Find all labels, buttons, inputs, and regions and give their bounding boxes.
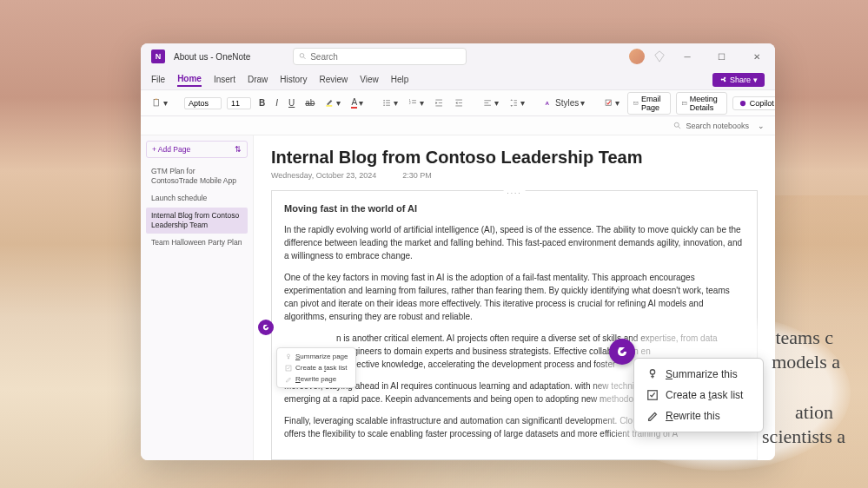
menu-insert[interactable]: Insert — [214, 73, 235, 86]
page-time: 2:30 PM — [402, 171, 432, 180]
maximize-button[interactable]: ☐ — [709, 48, 735, 65]
notebook-search-dropdown[interactable]: ⌄ — [758, 122, 765, 130]
svg-point-37 — [650, 370, 654, 374]
titlebar: N About us - OneNote ─ ☐ ✕ — [141, 43, 775, 69]
font-size-select[interactable]: 11 — [227, 97, 251, 109]
premium-icon[interactable] — [653, 50, 666, 63]
font-select[interactable]: Aptos — [184, 97, 222, 109]
global-search[interactable] — [293, 48, 467, 65]
page-item[interactable]: Internal Blog from Contoso Leadership Te… — [146, 208, 248, 234]
sort-icon[interactable]: ⇅ — [235, 145, 242, 154]
svg-point-33 — [675, 122, 679, 127]
window-title: About us - OneNote — [174, 52, 250, 62]
svg-point-5 — [383, 100, 384, 101]
svg-rect-4 — [327, 105, 333, 106]
search-input[interactable] — [310, 52, 461, 62]
summarize-page-item[interactable]: Summarize page — [280, 351, 353, 362]
page-meta: Wednesday, October 23, 2024 2:30 PM — [271, 171, 758, 180]
bold-button[interactable]: B — [256, 96, 268, 109]
page-list-sidebar: + Add Page ⇅ GTM Plan for ContosoTrade M… — [141, 135, 254, 460]
menu-view[interactable]: View — [360, 73, 379, 86]
menubar: File Home Insert Draw History Review Vie… — [141, 69, 775, 90]
svg-text:2: 2 — [409, 102, 411, 105]
strike-button[interactable]: ab — [302, 96, 317, 109]
menu-file[interactable]: File — [151, 73, 165, 86]
outdent-button[interactable] — [432, 96, 447, 109]
copilot-context-menu: Summarize page Create a task list Rewrit… — [276, 347, 356, 388]
menu-history[interactable]: History — [280, 73, 307, 86]
notebook-search-label[interactable]: Search notebooks — [686, 122, 749, 130]
page-item[interactable]: GTM Plan for ContosoTrade Mobile App — [146, 163, 248, 189]
align-button[interactable]: ▾ — [480, 96, 501, 109]
copilot-icon — [615, 345, 629, 359]
email-page-button[interactable]: Email Page — [627, 92, 671, 115]
zoom-bg-text: models a — [772, 351, 840, 373]
copilot-context-menu-zoom: Summarize this Create a task list Rewrit… — [633, 358, 764, 432]
paste-button[interactable]: ▾ — [149, 96, 170, 109]
add-page-button[interactable]: + Add Page ⇅ — [146, 141, 248, 158]
svg-point-32 — [740, 100, 745, 105]
meeting-details-button[interactable]: Meeting Details — [676, 92, 727, 115]
zoom-bg-text: ation — [795, 401, 833, 424]
svg-line-1 — [303, 57, 305, 59]
zoom-callout: teams c models a ation scientists a Summ… — [590, 314, 851, 471]
numbering-button[interactable]: 12▾ — [406, 96, 427, 109]
spacing-button[interactable]: ▾ — [507, 96, 527, 109]
copilot-icon — [262, 323, 270, 332]
svg-rect-28 — [606, 100, 611, 105]
page-item[interactable]: Launch schedule — [146, 190, 248, 207]
create-task-list-item[interactable]: Create a task list — [639, 385, 758, 406]
tag-button[interactable]: ▾ — [601, 96, 622, 109]
zoom-bg-text: scientists a — [762, 425, 845, 448]
menu-home[interactable]: Home — [177, 72, 202, 87]
note-paragraph[interactable]: In the rapidly evolving world of artific… — [284, 223, 745, 262]
search-icon — [299, 52, 307, 61]
notebook-search-bar: Search notebooks ⌄ — [141, 116, 775, 135]
svg-point-7 — [383, 102, 384, 103]
zoom-bg-text: teams c — [775, 326, 833, 349]
page-title[interactable]: Internal Blog from Contoso Leadership Te… — [271, 148, 758, 168]
share-icon — [719, 76, 727, 83]
user-avatar[interactable] — [629, 49, 645, 64]
highlight-button[interactable]: ▾ — [322, 96, 343, 109]
svg-rect-30 — [683, 102, 686, 105]
ribbon-toolbar: ▾ Aptos 11 B I U ab ▾ A▾ ▾ 12▾ ▾ ▾ AStyl… — [141, 90, 775, 116]
copilot-floating-button[interactable] — [258, 320, 274, 335]
copilot-floating-button-zoom[interactable] — [609, 339, 635, 365]
create-task-list-item[interactable]: Create a task list — [280, 362, 353, 373]
copilot-button[interactable]: Copilot — [732, 96, 775, 110]
close-button[interactable]: ✕ — [744, 48, 770, 65]
menu-review[interactable]: Review — [319, 73, 348, 86]
minimize-button[interactable]: ─ — [674, 48, 700, 65]
styles-button[interactable]: AStyles▾ — [541, 96, 587, 109]
italic-button[interactable]: I — [273, 96, 281, 109]
share-button[interactable]: Share ▾ — [712, 73, 765, 87]
bullets-button[interactable]: ▾ — [380, 96, 401, 109]
svg-text:A: A — [545, 100, 549, 106]
svg-point-0 — [300, 54, 304, 58]
svg-point-9 — [383, 105, 384, 106]
note-heading[interactable]: Moving fast in the world of AI — [284, 201, 745, 216]
onenote-app-icon: N — [151, 49, 165, 63]
menu-help[interactable]: Help — [391, 73, 409, 86]
rewrite-this-item[interactable]: Rewrite this — [639, 406, 758, 426]
summarize-this-item[interactable]: Summarize this — [639, 364, 758, 385]
rewrite-page-item[interactable]: Rewrite page — [280, 373, 353, 385]
page-date: Wednesday, October 23, 2024 — [271, 171, 376, 180]
page-item[interactable]: Team Halloween Party Plan — [146, 234, 248, 251]
svg-line-34 — [679, 126, 681, 129]
menu-draw[interactable]: Draw — [248, 73, 268, 86]
search-icon — [673, 122, 682, 130]
font-color-button[interactable]: A▾ — [348, 96, 366, 110]
indent-button[interactable] — [452, 96, 467, 109]
svg-point-35 — [288, 354, 290, 357]
note-paragraph[interactable]: One of the key factors in moving fast in… — [284, 271, 745, 323]
svg-rect-2 — [154, 99, 159, 106]
svg-rect-3 — [155, 99, 157, 100]
underline-button[interactable]: U — [286, 96, 297, 109]
